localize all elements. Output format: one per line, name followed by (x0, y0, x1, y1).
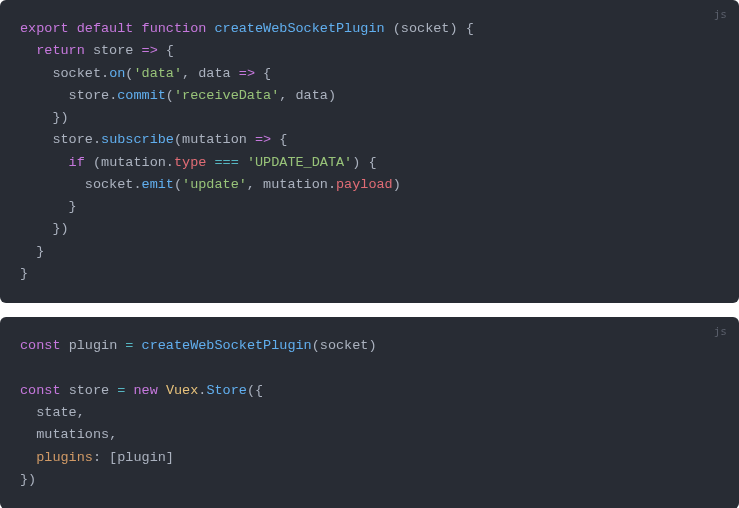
param: mutation (182, 132, 247, 147)
constructor-call: Store (206, 383, 247, 398)
property: plugins (36, 450, 93, 465)
punct: , (247, 177, 255, 192)
punct: . (93, 132, 101, 147)
param: socket (401, 21, 450, 36)
punct: ) (368, 338, 376, 353)
punct: } (69, 199, 77, 214)
keyword-new: new (133, 383, 157, 398)
code-block-1: js export default function createWebSock… (0, 0, 739, 303)
punct: ) (393, 177, 401, 192)
identifier: store (52, 132, 93, 147)
punct: ( (174, 177, 182, 192)
class-name: Vuex (166, 383, 198, 398)
punct: ) (328, 88, 336, 103)
punct: ] (166, 450, 174, 465)
keyword-const: const (20, 383, 61, 398)
punct: }) (52, 221, 68, 236)
function-call: createWebSocketPlugin (142, 338, 312, 353)
punct: { (279, 132, 287, 147)
method-call: commit (117, 88, 166, 103)
language-label: js (714, 323, 727, 341)
punct: } (36, 244, 44, 259)
method-call: on (109, 66, 125, 81)
identifier: store (93, 43, 134, 58)
keyword-if: if (69, 155, 85, 170)
string: 'update' (182, 177, 247, 192)
punct: . (101, 66, 109, 81)
punct: ( (93, 155, 101, 170)
identifier: plugin (117, 450, 166, 465)
param: data (198, 66, 230, 81)
punct: ) { (352, 155, 376, 170)
property: type (174, 155, 206, 170)
identifier: socket (52, 66, 101, 81)
punct: ( (166, 88, 174, 103)
operator: === (214, 155, 238, 170)
punct: } (20, 266, 28, 281)
keyword-return: return (36, 43, 85, 58)
arrow: => (255, 132, 271, 147)
punct: , (109, 427, 117, 442)
keyword-export: export (20, 21, 69, 36)
punct: ( (174, 132, 182, 147)
punct: , (182, 66, 190, 81)
code-content: export default function createWebSocketP… (20, 18, 719, 285)
punct: , (279, 88, 287, 103)
identifier: mutation (263, 177, 328, 192)
punct: ( (312, 338, 320, 353)
punct: . (166, 155, 174, 170)
keyword-function: function (142, 21, 207, 36)
method-call: emit (142, 177, 174, 192)
arrow: => (142, 43, 158, 58)
method-call: subscribe (101, 132, 174, 147)
operator: = (117, 383, 125, 398)
keyword-default: default (77, 21, 134, 36)
punct: ({ (247, 383, 263, 398)
identifier: mutation (101, 155, 166, 170)
code-block-2: js const plugin = createWebSocketPlugin(… (0, 317, 739, 508)
punct: . (328, 177, 336, 192)
identifier: store (69, 383, 110, 398)
identifier: socket (85, 177, 134, 192)
identifier: data (296, 88, 328, 103)
property: state (36, 405, 77, 420)
punct: . (133, 177, 141, 192)
identifier: socket (320, 338, 369, 353)
identifier: plugin (69, 338, 118, 353)
function-name: createWebSocketPlugin (214, 21, 384, 36)
punct: { (263, 66, 271, 81)
punct: ) { (449, 21, 473, 36)
punct: { (166, 43, 174, 58)
punct: }) (52, 110, 68, 125)
punct: : [ (93, 450, 117, 465)
string: 'receiveData' (174, 88, 279, 103)
punct: }) (20, 472, 36, 487)
string: 'UPDATE_DATA' (247, 155, 352, 170)
identifier: store (69, 88, 110, 103)
string: 'data' (133, 66, 182, 81)
property: mutations (36, 427, 109, 442)
arrow: => (239, 66, 255, 81)
operator: = (125, 338, 133, 353)
punct: , (77, 405, 85, 420)
punct: ( (393, 21, 401, 36)
language-label: js (714, 6, 727, 24)
property: payload (336, 177, 393, 192)
code-content: const plugin = createWebSocketPlugin(soc… (20, 335, 719, 491)
keyword-const: const (20, 338, 61, 353)
